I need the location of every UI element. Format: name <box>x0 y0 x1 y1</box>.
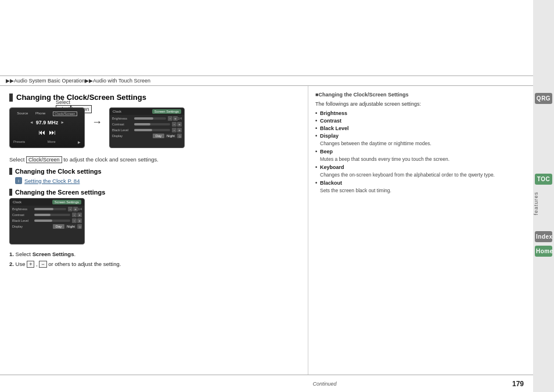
step2: 2. Use + , − or others to adjust the set… <box>9 260 298 268</box>
continued-text: Continued <box>312 381 336 387</box>
content-body: Changing the Clock/Screen Settings Selec… <box>0 86 533 375</box>
main-content: ▶▶Audio System Basic Operation▶▶Audio wi… <box>0 0 533 392</box>
rc-intro: The followings are adjustable screen set… <box>315 101 526 107</box>
home-button[interactable]: Home <box>535 246 552 257</box>
ss-page: 1/4 <box>178 117 182 120</box>
display-desc: Changes between the daytime or nighttime… <box>315 141 526 147</box>
features-label: features <box>533 192 554 215</box>
screen-section-bar <box>9 189 12 196</box>
select-description: Select Clock/Screen to adjust the clock … <box>9 156 298 163</box>
screen-settings-section: Changing the Screen settings Clock Scree… <box>9 189 298 268</box>
rc-list: Brightness Contrast Black Level Display <box>315 110 526 139</box>
plus-kbd: + <box>27 261 34 268</box>
screen-settings-device: Clock Screen Settings Brightness - + 1/4 <box>109 107 185 148</box>
device-controls: ⏮ ⏭ <box>38 128 56 136</box>
list-item: Contrast <box>315 118 526 124</box>
ss-contrast-label: Contrast <box>112 123 132 126</box>
device-radio: Source Phone Clock/Screen ◄ 97.9 MHz ► ⏮ <box>9 107 85 148</box>
clock-link-icon: i <box>15 177 22 184</box>
keyboard-desc: Changes the on-screen keyboard from the … <box>315 172 526 178</box>
ss-blacklevel-label: Black Level <box>112 128 132 132</box>
ss-screen-settings-tab: Screen Settings <box>152 109 181 114</box>
rc-list-3: Keyboard <box>315 164 526 170</box>
screen-settings-title: Changing the Screen settings <box>15 189 105 196</box>
ss-clock-tab: Clock <box>113 110 121 113</box>
device-bottom: Presets More ▶ <box>13 140 81 144</box>
bottom-bar: Continued 179 <box>0 375 533 392</box>
ss2-clock-tab: Clock <box>13 200 21 204</box>
list-item: Blackout <box>315 180 526 186</box>
section-bar-icon <box>9 93 13 102</box>
ss2-contrast: Contrast <box>12 213 33 217</box>
ss-brightness-label: Brightness <box>112 117 132 120</box>
clock-link-item: i Setting the Clock P. 84 <box>15 177 298 184</box>
right-column: ■Changing the Clock/Screen Settings The … <box>308 86 533 375</box>
rc-list-4: Blackout <box>315 180 526 186</box>
select-kbd: Clock/Screen <box>26 156 62 163</box>
list-item: Keyboard <box>315 164 526 170</box>
blackout-desc: Sets the screen black out timing. <box>315 188 526 194</box>
toc-button[interactable]: TOC <box>535 174 552 185</box>
left-column: Changing the Clock/Screen Settings Selec… <box>0 86 308 375</box>
clock-section-bar <box>9 168 12 175</box>
page-number: 179 <box>512 380 524 388</box>
breadcrumb: ▶▶Audio System Basic Operation▶▶Audio wi… <box>0 75 533 86</box>
ss-rows: Brightness - + 1/4 Contrast <box>110 115 184 141</box>
arrow-container: → <box>92 116 102 128</box>
ss2-screen-tab: Screen Settings <box>52 200 81 204</box>
device-freq: 97.9 MHz <box>36 120 59 125</box>
ss2-blacklevel: Black Level <box>12 219 33 222</box>
beep-desc: Mutes a beep that sounds every time you … <box>315 156 526 163</box>
index-button[interactable]: Index <box>535 231 552 242</box>
ss2-brightness: Brightness <box>12 207 33 211</box>
sidebar: QRG TOC features Index Home <box>533 0 554 392</box>
list-item: Beep <box>315 149 526 154</box>
list-item: Display <box>315 133 526 139</box>
device-tabs: Source Phone Clock/Screen <box>13 112 81 116</box>
minus-kbd: − <box>39 261 46 268</box>
section-header: Changing the Clock/Screen Settings <box>9 93 298 102</box>
clock-settings-title: Changing the Clock settings <box>15 168 102 175</box>
ss2-page: 1/4 <box>78 207 82 211</box>
clock-link[interactable]: Setting the Clock P. 84 <box>24 178 80 184</box>
device-container: Select Clock/Screen Source Phone Clock/S… <box>9 107 298 148</box>
screen-settings-device2-container: Clock Screen Settings Brightness -+ 1/4 <box>9 198 298 244</box>
rc-list-2: Beep <box>315 149 526 154</box>
step1: 1. Select Screen Settings. <box>9 250 298 257</box>
rc-section-title: ■Changing the Clock/Screen Settings <box>315 92 526 98</box>
arrow-right-icon: → <box>92 116 102 128</box>
qrg-button[interactable]: QRG <box>535 93 552 104</box>
breadcrumb-text: ▶▶Audio System Basic Operation▶▶Audio wi… <box>6 78 150 84</box>
ss2-display: Display <box>12 225 33 228</box>
clock-settings-section: Changing the Clock settings i Setting th… <box>9 168 298 184</box>
list-item: Black Level <box>315 125 526 131</box>
ss-display-label: Display <box>112 134 132 138</box>
list-item: Brightness <box>315 110 526 116</box>
